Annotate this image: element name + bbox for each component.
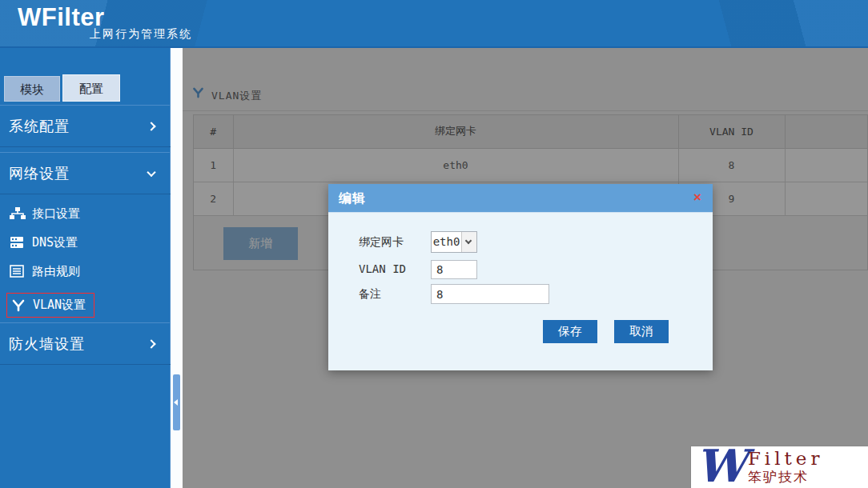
- cancel-button[interactable]: 取消: [614, 320, 669, 343]
- sidebar-item-label: 网络设置: [9, 166, 70, 182]
- close-icon[interactable]: ×: [693, 190, 701, 206]
- nic-select-value: eth0: [432, 232, 461, 252]
- edit-modal: 编辑 × 绑定网卡 eth0 VLAN ID 备注 保存 取消: [328, 184, 713, 370]
- modal-body: 绑定网卡 eth0 VLAN ID 备注 保存 取消: [328, 213, 713, 370]
- sidebar-collapse-handle[interactable]: [173, 374, 180, 430]
- sidebar-item-interface-settings[interactable]: 接口设置: [0, 202, 171, 225]
- logo-company: 笨驴技术: [748, 468, 824, 486]
- chevron-down-icon: [147, 167, 155, 176]
- tab-module[interactable]: 模块: [4, 76, 60, 102]
- brand-subtitle: 上网行为管理系统: [90, 27, 192, 42]
- select-dropdown-button[interactable]: [461, 232, 476, 252]
- nic-select[interactable]: eth0: [431, 231, 477, 253]
- sidebar-item-label: 接口设置: [32, 206, 80, 222]
- nic-field-label: 绑定网卡: [359, 235, 404, 250]
- logo-name: Filter: [748, 449, 824, 468]
- vlan-id-field-label: VLAN ID: [359, 262, 406, 275]
- save-button[interactable]: 保存: [543, 320, 597, 343]
- interface-icon: [10, 207, 26, 220]
- logo-w-mark: W: [696, 446, 746, 488]
- dns-icon: [10, 236, 26, 249]
- modal-header: 编辑 ×: [328, 184, 713, 213]
- chevron-down-icon: [465, 238, 472, 244]
- sidebar-item-firewall-settings[interactable]: 防火墙设置: [0, 322, 171, 365]
- vlan-id-input[interactable]: [431, 260, 477, 279]
- sidebar-item-label: 防火墙设置: [9, 336, 85, 352]
- sidebar-item-route-rules[interactable]: 路由规则: [0, 260, 171, 282]
- wfilter-logo: W Filter 笨驴技术: [690, 446, 868, 488]
- sidebar-item-label: 系统配置: [9, 118, 70, 134]
- sidebar-item-label: DNS设置: [32, 235, 78, 250]
- tab-config[interactable]: 配置: [62, 74, 120, 102]
- sidebar-item-label: VLAN设置: [33, 298, 86, 313]
- collapse-arrow-icon: [174, 399, 178, 406]
- note-input[interactable]: [431, 284, 549, 304]
- sidebar-item-dns-settings[interactable]: DNS设置: [0, 231, 171, 254]
- chevron-right-icon: [147, 339, 155, 348]
- sidebar-item-system-config[interactable]: 系统配置: [0, 105, 171, 147]
- app-header: WFilter 上网行为管理系统: [0, 0, 868, 48]
- modal-title: 编辑: [339, 190, 366, 207]
- note-field-label: 备注: [359, 287, 381, 302]
- sidebar-item-network-settings[interactable]: 网络设置: [0, 152, 171, 194]
- chevron-right-icon: [147, 122, 155, 130]
- vlan-icon: [10, 299, 26, 312]
- app-window: WFilter 上网行为管理系统 模块 配置 系统配置 网络设置 接口设置: [0, 0, 868, 488]
- sidebar-item-label: 路由规则: [32, 264, 80, 279]
- sidebar-item-vlan-settings[interactable]: VLAN设置: [6, 293, 94, 318]
- route-icon: [10, 265, 26, 278]
- sidebar: 模块 配置 系统配置 网络设置 接口设置: [0, 48, 171, 488]
